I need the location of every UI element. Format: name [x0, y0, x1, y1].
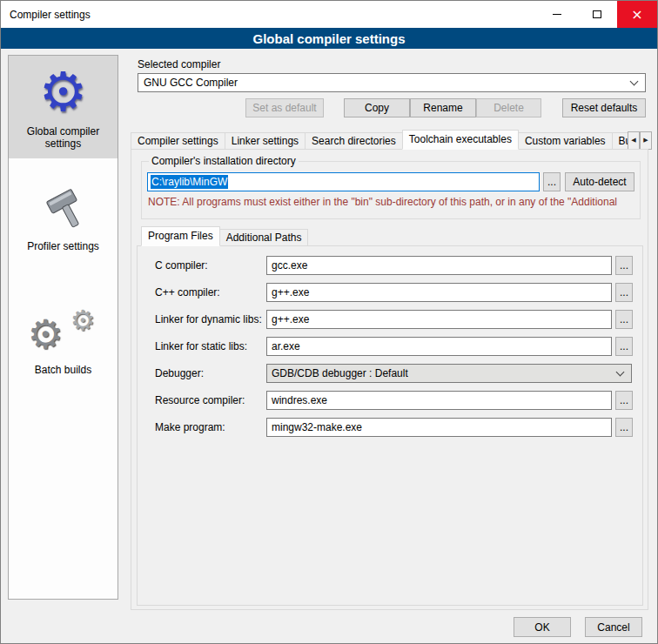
row-label: Resource compiler:: [155, 394, 266, 406]
subtab-strip: Program FilesAdditional Paths: [141, 226, 637, 246]
tab-scroll: ◀ ▶: [628, 131, 652, 150]
banner: Global compiler settings: [1, 28, 657, 49]
tab-scroll-left-button[interactable]: ◀: [628, 131, 640, 150]
main-panel: Selected compiler GNU GCC Compiler Set a…: [127, 49, 652, 610]
minimize-icon: [553, 14, 561, 15]
sidebar: ⚙ Global compiler settings Profiler sett…: [8, 55, 118, 600]
maximize-icon: [593, 10, 601, 18]
sidebar-item-batch-builds[interactable]: ⚙⚙ Batch builds: [9, 294, 118, 385]
program-files-panel: C compiler:gcc.exe...C++ compiler:g++.ex…: [137, 245, 643, 606]
row-label: Linker for static libs:: [155, 340, 266, 352]
sidebar-item-label: Profiler settings: [10, 240, 116, 252]
c-compiler-browse-button[interactable]: ...: [615, 283, 633, 302]
form-row-make-program: Make program:mingw32-make.exe...: [155, 418, 642, 437]
install-dir-input[interactable]: C:\raylib\MinGW: [147, 172, 540, 191]
banner-title: Global compiler settings: [252, 31, 405, 46]
form-row-debugger: Debugger:GDB/CDB debugger : Default: [155, 364, 642, 383]
copy-button[interactable]: Copy: [344, 98, 410, 117]
sidebar-item-global-compiler-settings[interactable]: ⚙ Global compiler settings: [9, 56, 118, 158]
tab-search-directories[interactable]: Search directories: [305, 132, 403, 150]
tab-compiler-settings[interactable]: Compiler settings: [131, 132, 225, 150]
reset-defaults-button[interactable]: Reset defaults: [562, 98, 646, 117]
window-controls: ×: [537, 1, 657, 28]
sidebar-item-label: Batch builds: [10, 364, 116, 376]
window-title: Compiler settings: [1, 9, 91, 21]
chevron-down-icon: [630, 77, 639, 86]
close-button[interactable]: ×: [617, 1, 657, 28]
install-dir-group: Compiler's installation directory C:\ray…: [141, 155, 641, 219]
tab-strip: Compiler settingsLinker settingsSearch d…: [131, 130, 628, 150]
arrow-right-icon: ▶: [643, 137, 648, 144]
hammer-icon: [10, 178, 116, 237]
tab-program-files[interactable]: Program Files: [141, 226, 220, 246]
autodetect-button[interactable]: Auto-detect: [565, 172, 634, 191]
linker-for-dynamic-libs-browse-button[interactable]: ...: [615, 310, 633, 329]
row-label: C++ compiler:: [155, 286, 266, 299]
resource-compiler-browse-button[interactable]: ...: [615, 391, 633, 410]
close-icon: ×: [631, 8, 642, 22]
selected-compiler-label: Selected compiler: [138, 58, 220, 70]
gear-icon: ⚙: [28, 314, 64, 354]
maximize-button[interactable]: [577, 1, 617, 28]
gray-gears-icon: ⚙⚙: [10, 301, 116, 360]
resource-compiler-input[interactable]: windres.exe: [266, 391, 612, 410]
toolchain-executables-panel: Compiler's installation directory C:\ray…: [131, 149, 648, 610]
install-dir-row: C:\raylib\MinGW ... Auto-detect: [147, 172, 634, 191]
gear-icon: ⚙: [70, 306, 96, 334]
form-row-linker-for-dynamic-libs: Linker for dynamic libs:g++.exe...: [155, 310, 642, 329]
c-compiler-input[interactable]: gcc.exe: [266, 256, 612, 275]
install-dir-note: NOTE: All programs must exist either in …: [148, 196, 634, 208]
linker-for-dynamic-libs-input[interactable]: g++.exe: [266, 310, 612, 329]
row-label: Linker for dynamic libs:: [155, 313, 266, 325]
chevron-down-icon: [616, 368, 625, 377]
linker-for-static-libs-browse-button[interactable]: ...: [615, 337, 633, 356]
subtab-bar: Program FilesAdditional Paths: [141, 226, 637, 246]
blue-gear-icon: ⚙: [39, 64, 88, 120]
tab-bar: Compiler settingsLinker settingsSearch d…: [131, 130, 652, 150]
toolchain-rows: C compiler:gcc.exe...C++ compiler:g++.ex…: [138, 256, 642, 437]
tab-build[interactable]: Build: [612, 132, 628, 150]
sidebar-item-label: Global compiler settings: [10, 125, 116, 150]
debugger-select[interactable]: GDB/CDB debugger : Default: [266, 364, 632, 383]
form-row-c-compiler: C++ compiler:g++.exe...: [155, 283, 642, 302]
rename-button[interactable]: Rename: [410, 98, 476, 117]
tab-linker-settings[interactable]: Linker settings: [225, 132, 306, 150]
select-value: GDB/CDB debugger : Default: [272, 367, 408, 379]
form-row-linker-for-static-libs: Linker for static libs:ar.exe...: [155, 337, 642, 356]
row-label: Make program:: [155, 421, 266, 433]
compiler-combobox-value: GNU GCC Compiler: [144, 77, 238, 89]
install-dir-browse-button[interactable]: ...: [543, 172, 561, 191]
arrow-left-icon: ◀: [631, 137, 635, 144]
form-row-c-compiler: C compiler:gcc.exe...: [155, 256, 642, 275]
make-program-browse-button[interactable]: ...: [615, 418, 633, 437]
compiler-buttons-row: Set as defaultCopyRenameDeleteReset defa…: [127, 98, 652, 117]
install-dir-group-title: Compiler's installation directory: [149, 155, 299, 167]
tab-scroll-right-button[interactable]: ▶: [640, 131, 652, 150]
tab-toolchain-executables[interactable]: Toolchain executables: [402, 130, 519, 150]
c-compiler-browse-button[interactable]: ...: [615, 256, 633, 275]
set-as-default-button[interactable]: Set as default: [245, 98, 324, 117]
sidebar-item-profiler-settings[interactable]: Profiler settings: [9, 171, 118, 261]
form-row-resource-compiler: Resource compiler:windres.exe...: [155, 391, 642, 410]
minimize-button[interactable]: [537, 1, 577, 28]
linker-for-static-libs-input[interactable]: ar.exe: [266, 337, 612, 356]
make-program-input[interactable]: mingw32-make.exe: [266, 418, 612, 437]
cancel-button[interactable]: Cancel: [585, 617, 642, 637]
titlebar: Compiler settings ×: [1, 1, 657, 28]
row-label: Debugger:: [155, 367, 266, 379]
ok-button[interactable]: OK: [514, 617, 571, 637]
tab-additional-paths[interactable]: Additional Paths: [219, 229, 309, 246]
tab-custom-variables[interactable]: Custom variables: [518, 132, 613, 150]
c-compiler-input[interactable]: g++.exe: [266, 283, 612, 302]
delete-button[interactable]: Delete: [476, 98, 541, 117]
install-dir-value: C:\raylib\MinGW: [151, 175, 228, 189]
compiler-combobox[interactable]: GNU GCC Compiler: [138, 73, 646, 92]
row-label: C compiler:: [155, 259, 266, 272]
